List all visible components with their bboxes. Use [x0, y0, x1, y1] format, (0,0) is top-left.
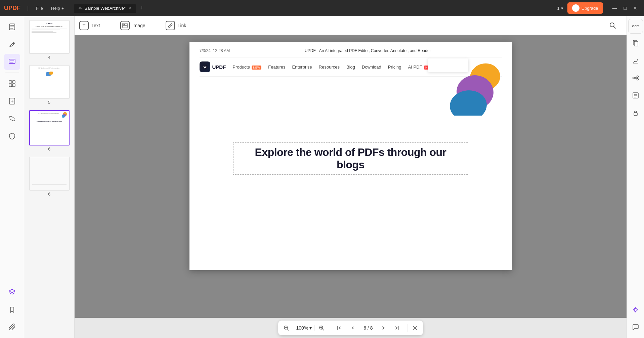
- page-separator: /: [368, 325, 370, 331]
- zoom-out-button[interactable]: [280, 321, 293, 335]
- protect-tool-button[interactable]: [4, 128, 20, 144]
- edit-text-tool-button[interactable]: [4, 36, 20, 52]
- right-chat-tool-button[interactable]: [628, 319, 644, 335]
- zoom-percent: 100%: [296, 325, 308, 331]
- tab-edit-icon: ✏: [79, 6, 82, 11]
- search-button[interactable]: [604, 20, 621, 31]
- pdf-view-area[interactable]: 7/3/24, 12:28 AM UPDF - An AI-integrated…: [75, 35, 627, 318]
- text-tool-button[interactable]: T Text: [75, 19, 105, 32]
- svg-point-40: [637, 79, 638, 80]
- minimize-button[interactable]: —: [610, 4, 620, 12]
- nav-pricing[interactable]: Pricing: [388, 65, 401, 70]
- nav-download[interactable]: Download: [362, 65, 381, 70]
- close-toolbar-button[interactable]: [408, 321, 422, 335]
- svg-rect-46: [634, 113, 637, 116]
- organize-tool-button[interactable]: [4, 76, 20, 92]
- title-sep: |: [27, 5, 29, 11]
- svg-line-20: [614, 27, 615, 28]
- zoom-dropdown-icon[interactable]: ▾: [309, 325, 312, 331]
- menu-bar: File Help ●: [33, 4, 67, 12]
- bookmark-tool-button[interactable]: [4, 302, 20, 318]
- updf-logo-icon: [200, 61, 210, 72]
- convert-tool-button[interactable]: [4, 111, 20, 127]
- app-logo: UPDF: [4, 5, 20, 12]
- page-indicator[interactable]: 1 ▾: [557, 6, 563, 11]
- prev-page-button[interactable]: [346, 321, 359, 335]
- page-dropdown-icon[interactable]: ▾: [561, 6, 563, 11]
- layers-tool-button[interactable]: [4, 284, 20, 300]
- svg-point-49: [635, 311, 636, 312]
- right-pages-tool-button[interactable]: [628, 35, 644, 51]
- menu-help[interactable]: Help ●: [48, 4, 67, 12]
- thumbnail-page-7[interactable]: 6: [28, 156, 71, 198]
- nav-resources[interactable]: Resources: [319, 65, 340, 70]
- image-tool-icon: [120, 21, 130, 30]
- svg-line-26: [287, 329, 289, 330]
- thumb-page-num-5: 5: [48, 100, 50, 105]
- zoom-controls: 100% ▾ 6 / 8: [278, 321, 423, 335]
- main-layout: PDFDoc Choose UPDF for simplifying PDF e…: [0, 16, 644, 338]
- menu-file[interactable]: File: [33, 4, 46, 12]
- nav-blog[interactable]: Blog: [346, 65, 355, 70]
- svg-point-18: [124, 24, 125, 25]
- svg-point-50: [633, 309, 634, 310]
- svg-point-55: [634, 311, 634, 311]
- content-area: T Text Image Link: [75, 16, 627, 338]
- maximize-button[interactable]: □: [621, 4, 629, 12]
- right-magic-tool-button[interactable]: [628, 302, 644, 318]
- current-page: 6: [363, 325, 366, 331]
- svg-point-48: [635, 307, 636, 308]
- image-tool-button[interactable]: Image: [116, 19, 150, 32]
- attach-tool-button[interactable]: [4, 319, 20, 335]
- tool-separator-1: [5, 73, 19, 73]
- next-page-button[interactable]: [377, 321, 390, 335]
- page-tool-button[interactable]: [4, 19, 20, 35]
- svg-rect-5: [9, 59, 15, 64]
- text-tool-icon: T: [79, 21, 89, 30]
- titlebar-right: 1 ▾ Upgrade — □ ✕: [557, 2, 640, 14]
- search-icon: [609, 22, 616, 29]
- right-sign-tool-button[interactable]: [628, 52, 644, 69]
- svg-line-29: [323, 329, 324, 330]
- svg-line-4: [13, 43, 14, 44]
- tab-close-button[interactable]: ×: [129, 6, 131, 10]
- webpage-logo: UPDF: [200, 61, 226, 72]
- ocr-tool-button[interactable]: OCR: [628, 19, 643, 34]
- thumbnail-panel: PDFDoc Choose UPDF for simplifying PDF e…: [24, 16, 75, 338]
- pdf-page: 7/3/24, 12:28 AM UPDF - An AI-integrated…: [189, 42, 512, 270]
- first-page-button[interactable]: [333, 321, 346, 335]
- upgrade-button[interactable]: Upgrade: [567, 2, 603, 14]
- extract-tool-button[interactable]: [4, 93, 20, 109]
- right-sidebar: OCR: [627, 16, 644, 338]
- last-page-button[interactable]: [390, 321, 404, 335]
- thumbnail-page-5[interactable]: PDF - An AI-integrated PDF editor create…: [28, 64, 71, 106]
- thumbnail-page-6[interactable]: PDF - An AI-integrated PDF editor create…: [28, 109, 71, 153]
- titlebar: UPDF | File Help ● ✏ Sample WebArchive* …: [0, 0, 644, 16]
- svg-point-54: [636, 308, 637, 309]
- svg-rect-8: [9, 81, 12, 83]
- tab-sample-webarchive[interactable]: ✏ Sample WebArchive* ×: [74, 4, 136, 13]
- nav-features[interactable]: Features: [268, 65, 285, 70]
- comment-tool-button[interactable]: [4, 54, 20, 70]
- webpage-timestamp: 7/3/24, 12:28 AM: [200, 48, 230, 53]
- left-sidebar: [0, 16, 24, 338]
- right-form-tool-button[interactable]: [628, 87, 644, 103]
- text-tool-label: Text: [91, 23, 100, 28]
- zoom-in-button[interactable]: [315, 321, 328, 335]
- thumb-page-num-7: 6: [48, 192, 50, 197]
- zoom-value-display[interactable]: 100% ▾: [293, 325, 315, 331]
- right-secure-tool-button[interactable]: [628, 105, 644, 121]
- total-pages: 8: [370, 325, 373, 331]
- nav-enterprise[interactable]: Enterprise: [292, 65, 312, 70]
- image-tool-label: Image: [132, 23, 145, 28]
- svg-point-21: [202, 64, 208, 70]
- thumbnail-page-4[interactable]: PDFDoc Choose UPDF for simplifying PDF e…: [28, 19, 71, 61]
- nav-products[interactable]: Products NEW: [232, 65, 261, 70]
- main-heading-text: Explore the world of PDFs through our bl…: [233, 142, 468, 175]
- right-share-tool-button[interactable]: [628, 70, 644, 86]
- close-button[interactable]: ✕: [631, 4, 640, 12]
- new-tab-button[interactable]: +: [137, 3, 146, 13]
- svg-rect-10: [9, 84, 12, 87]
- tab-title: Sample WebArchive*: [84, 6, 126, 11]
- link-tool-button[interactable]: Link: [161, 19, 191, 32]
